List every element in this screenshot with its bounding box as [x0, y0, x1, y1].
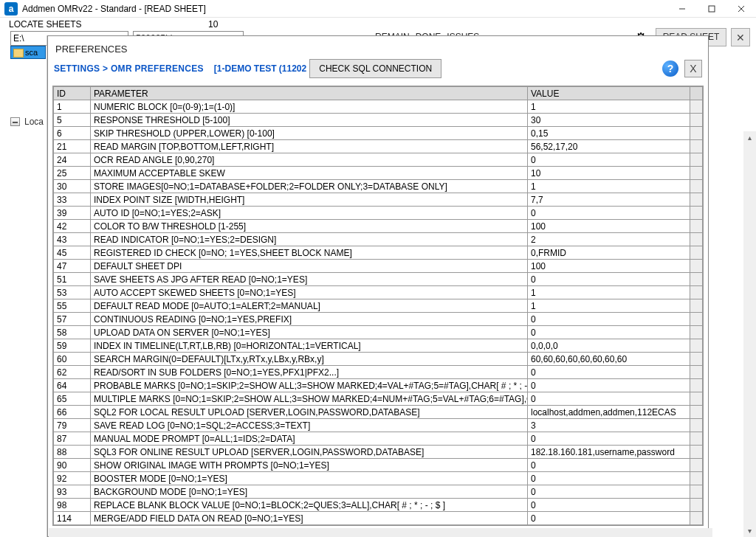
table-row[interactable]: 47DEFAULT SHEET DPI100: [54, 260, 703, 273]
cell-id[interactable]: 79: [54, 419, 91, 432]
cell-value[interactable]: 0: [528, 313, 690, 326]
table-row[interactable]: 90SHOW ORIGINAL IMAGE WITH PROMPTS [0=NO…: [54, 459, 703, 472]
cell-id[interactable]: 51: [54, 273, 91, 286]
cell-value[interactable]: 2: [528, 233, 690, 246]
cell-id[interactable]: 87: [54, 432, 91, 446]
folder-tree-item[interactable]: sca: [10, 46, 46, 59]
cell-parameter[interactable]: NUMERIC BLOCK [0=(0-9);1=(1-0)]: [91, 100, 528, 114]
table-row[interactable]: 1NUMERIC BLOCK [0=(0-9);1=(1-0)]1: [54, 100, 703, 114]
table-row[interactable]: 114MERGE/ADD FIELD DATA ON READ [0=NO;1=…: [54, 512, 703, 525]
table-row[interactable]: 59INDEX IN TIMELINE(LT,RT,LB,RB) [0=HORI…: [54, 339, 703, 353]
cell-parameter[interactable]: MERGE/ADD FIELD DATA ON READ [0=NO;1=YES…: [91, 512, 528, 525]
cell-parameter[interactable]: SKIP THRESHOLD (UPPER,LOWER) [0-100]: [91, 127, 528, 140]
table-row[interactable]: 55DEFAULT READ MODE [0=AUTO;1=ALERT;2=MA…: [54, 299, 703, 313]
cell-value[interactable]: localhost,addmen,addmen,112ECAS: [528, 406, 690, 419]
table-row[interactable]: 5RESPONSE THRESHOLD [5-100]30: [54, 114, 703, 127]
cell-value[interactable]: 0: [528, 392, 690, 406]
cell-value[interactable]: 30: [528, 114, 690, 127]
cell-id[interactable]: 6: [54, 127, 91, 140]
cell-id[interactable]: 66: [54, 406, 91, 419]
cell-parameter[interactable]: SQL2 FOR LOCAL RESULT UPLOAD [SERVER,LOG…: [91, 406, 528, 419]
cell-parameter[interactable]: DEFAULT READ MODE [0=AUTO;1=ALERT;2=MANU…: [91, 299, 528, 313]
cell-parameter[interactable]: STORE IMAGES[0=NO;1=DATABASE+FOLDER;2=FO…: [91, 180, 528, 193]
cell-parameter[interactable]: READ/SORT IN SUB FOLDERS [0=NO;1=YES,PFX…: [91, 366, 528, 379]
cell-id[interactable]: 5: [54, 114, 91, 127]
cell-value[interactable]: 0: [528, 326, 690, 339]
cell-id[interactable]: 25: [54, 167, 91, 180]
table-row[interactable]: 21READ MARGIN [TOP,BOTTOM,LEFT,RIGHT]56,…: [54, 140, 703, 153]
cell-parameter[interactable]: SAVE READ LOG [0=NO;1=SQL;2=ACCESS;3=TEX…: [91, 419, 528, 432]
cell-id[interactable]: 21: [54, 140, 91, 153]
cell-value[interactable]: 100: [528, 260, 690, 273]
cell-parameter[interactable]: MAXIMUM ACCEPTABLE SKEW: [91, 167, 528, 180]
cell-id[interactable]: 98: [54, 499, 91, 512]
cell-parameter[interactable]: AUTO ACCEPT SKEWED SHEETS [0=NO;1=YES]: [91, 286, 528, 299]
cell-id[interactable]: 24: [54, 153, 91, 167]
cell-parameter[interactable]: SHOW ORIGINAL IMAGE WITH PROMPTS [0=NO;1…: [91, 459, 528, 472]
col-parameter[interactable]: PARAMETER: [91, 87, 528, 100]
cell-parameter[interactable]: REPLACE BLANK BLOCK VALUE [0=NO;1=BLOCK;…: [91, 499, 528, 512]
cell-parameter[interactable]: SQL3 FOR ONLINE RESULT UPLOAD [SERVER,LO…: [91, 446, 528, 459]
cell-parameter[interactable]: SAVE SHEETS AS JPG AFTER READ [0=NO;1=YE…: [91, 273, 528, 286]
preferences-table[interactable]: ID PARAMETER VALUE 1NUMERIC BLOCK [0=(0-…: [53, 86, 703, 525]
cell-parameter[interactable]: MULTIPLE MARKS [0=NO;1=SKIP;2=SHOW ALL;3…: [91, 392, 528, 406]
cell-parameter[interactable]: INDEX IN TIMELINE(LT,RT,LB,RB) [0=HORIZO…: [91, 339, 528, 353]
table-row[interactable]: 30STORE IMAGES[0=NO;1=DATABASE+FOLDER;2=…: [54, 180, 703, 193]
cell-parameter[interactable]: INDEX POINT SIZE [WIDTH,HEIGHT]: [91, 193, 528, 207]
cell-value[interactable]: 0,FRMID: [528, 246, 690, 260]
cell-id[interactable]: 33: [54, 193, 91, 207]
maximize-button[interactable]: [697, 0, 726, 18]
help-icon[interactable]: ?: [662, 60, 678, 77]
cell-value[interactable]: 0: [528, 485, 690, 499]
cell-value[interactable]: 0: [528, 432, 690, 446]
cell-parameter[interactable]: COLOR TO B/W THRESHOLD [1-255]: [91, 220, 528, 233]
cell-value[interactable]: 60,60,60,60,60,60,60,60: [528, 353, 690, 366]
table-row[interactable]: 79SAVE READ LOG [0=NO;1=SQL;2=ACCESS;3=T…: [54, 419, 703, 432]
table-row[interactable]: 53AUTO ACCEPT SKEWED SHEETS [0=NO;1=YES]…: [54, 286, 703, 299]
table-row[interactable]: 57CONTINUOUS READING [0=NO;1=YES,PREFIX]…: [54, 313, 703, 326]
cell-parameter[interactable]: READ MARGIN [TOP,BOTTOM,LEFT,RIGHT]: [91, 140, 528, 153]
table-row[interactable]: 25MAXIMUM ACCEPTABLE SKEW10: [54, 167, 703, 180]
table-row[interactable]: 60SEARCH MARGIN(0=DEFAULT)[LTx,y,RTx,y,L…: [54, 353, 703, 366]
cell-id[interactable]: 93: [54, 485, 91, 499]
cell-value[interactable]: 1: [528, 100, 690, 114]
cell-parameter[interactable]: READ INDICATOR [0=NO;1=YES;2=DESIGN]: [91, 233, 528, 246]
table-row[interactable]: 58UPLOAD DATA ON SERVER [0=NO;1=YES]0: [54, 326, 703, 339]
cell-value[interactable]: 0: [528, 153, 690, 167]
panel-hscrollbar[interactable]: [49, 528, 712, 537]
cell-value[interactable]: 0: [528, 207, 690, 220]
cell-parameter[interactable]: REGISTERED ID CHECK [0=NO; 1=YES,SHEET B…: [91, 246, 528, 260]
cell-parameter[interactable]: DEFAULT SHEET DPI: [91, 260, 528, 273]
cell-id[interactable]: 60: [54, 353, 91, 366]
cell-parameter[interactable]: OCR READ ANGLE [0,90,270]: [91, 153, 528, 167]
cell-id[interactable]: 88: [54, 446, 91, 459]
table-row[interactable]: 66SQL2 FOR LOCAL RESULT UPLOAD [SERVER,L…: [54, 406, 703, 419]
cell-value[interactable]: 0: [528, 512, 690, 525]
preferences-close-button[interactable]: X: [684, 60, 702, 77]
table-row[interactable]: 24OCR READ ANGLE [0,90,270]0: [54, 153, 703, 167]
cell-value[interactable]: 0,15: [528, 127, 690, 140]
cell-value[interactable]: 0: [528, 499, 690, 512]
cell-parameter[interactable]: SEARCH MARGIN(0=DEFAULT)[LTx,y,RTx,y,LBx…: [91, 353, 528, 366]
cell-value[interactable]: 0: [528, 379, 690, 392]
table-row[interactable]: 6SKIP THRESHOLD (UPPER,LOWER) [0-100]0,1…: [54, 127, 703, 140]
table-row[interactable]: 43READ INDICATOR [0=NO;1=YES;2=DESIGN]2: [54, 233, 703, 246]
cell-id[interactable]: 64: [54, 379, 91, 392]
cell-id[interactable]: 90: [54, 459, 91, 472]
local-tree-item[interactable]: Loca: [10, 117, 44, 127]
cell-parameter[interactable]: CONTINUOUS READING [0=NO;1=YES,PREFIX]: [91, 313, 528, 326]
cell-id[interactable]: 59: [54, 339, 91, 353]
cell-id[interactable]: 55: [54, 299, 91, 313]
cell-parameter[interactable]: BACKGROUND MODE [0=NO;1=YES]: [91, 485, 528, 499]
cell-id[interactable]: 47: [54, 260, 91, 273]
panel-close-button[interactable]: ✕: [731, 28, 750, 46]
scroll-down-icon[interactable]: ▾: [743, 524, 756, 537]
table-row[interactable]: 98REPLACE BLANK BLOCK VALUE [0=NO;1=BLOC…: [54, 499, 703, 512]
scroll-up-icon[interactable]: ▴: [743, 131, 756, 144]
col-value[interactable]: VALUE: [528, 87, 690, 100]
cell-id[interactable]: 53: [54, 286, 91, 299]
table-row[interactable]: 51SAVE SHEETS AS JPG AFTER READ [0=NO;1=…: [54, 273, 703, 286]
table-row[interactable]: 33INDEX POINT SIZE [WIDTH,HEIGHT]7,7: [54, 193, 703, 207]
grid-vscrollbar[interactable]: [690, 87, 703, 100]
cell-id[interactable]: 39: [54, 207, 91, 220]
